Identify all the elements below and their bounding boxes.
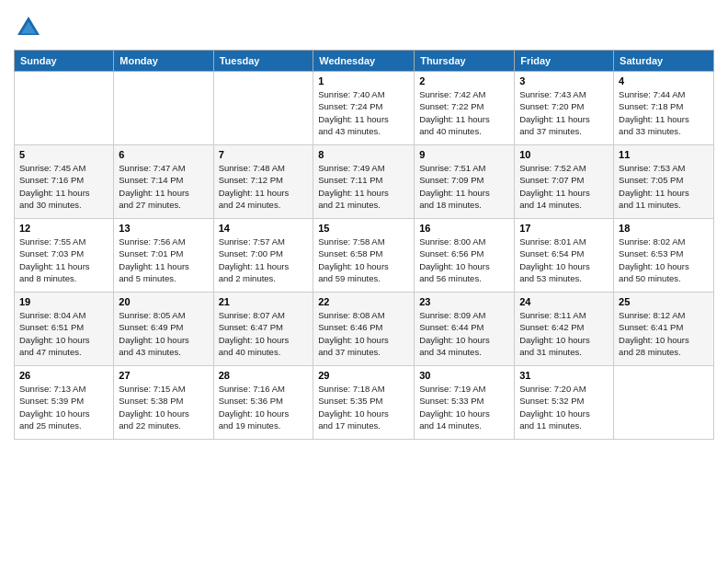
day-cell: 20Sunrise: 8:05 AM Sunset: 6:49 PM Dayli… <box>114 293 213 366</box>
day-number: 1 <box>318 75 409 86</box>
day-cell: 4Sunrise: 7:44 AM Sunset: 7:18 PM Daylig… <box>614 72 714 145</box>
weekday-header-friday: Friday <box>515 51 614 72</box>
weekday-header-wednesday: Wednesday <box>313 51 415 72</box>
day-info: Sunrise: 8:05 AM Sunset: 6:49 PM Dayligh… <box>119 309 208 358</box>
day-info: Sunrise: 8:01 AM Sunset: 6:54 PM Dayligh… <box>519 236 609 284</box>
day-number: 12 <box>19 223 108 234</box>
day-number: 5 <box>19 149 108 160</box>
day-cell: 27Sunrise: 7:15 AM Sunset: 5:38 PM Dayli… <box>114 366 213 440</box>
day-info: Sunrise: 7:58 AM Sunset: 6:58 PM Dayligh… <box>318 236 409 284</box>
week-row-3: 12Sunrise: 7:55 AM Sunset: 7:03 PM Dayli… <box>15 219 714 293</box>
day-number: 22 <box>318 296 409 307</box>
day-number: 18 <box>619 223 709 234</box>
day-cell: 31Sunrise: 7:20 AM Sunset: 5:32 PM Dayli… <box>515 366 614 440</box>
weekday-header-tuesday: Tuesday <box>213 51 313 72</box>
day-info: Sunrise: 7:43 AM Sunset: 7:20 PM Dayligh… <box>519 88 609 137</box>
day-number: 15 <box>318 223 409 234</box>
logo-icon <box>14 13 43 42</box>
day-number: 21 <box>219 296 309 307</box>
day-cell: 1Sunrise: 7:40 AM Sunset: 7:24 PM Daylig… <box>313 72 415 145</box>
day-cell: 6Sunrise: 7:47 AM Sunset: 7:14 PM Daylig… <box>114 145 213 219</box>
day-cell <box>213 72 313 145</box>
day-info: Sunrise: 8:11 AM Sunset: 6:42 PM Dayligh… <box>519 309 609 358</box>
day-cell: 5Sunrise: 7:45 AM Sunset: 7:16 PM Daylig… <box>15 145 114 219</box>
day-number: 31 <box>519 370 609 381</box>
day-info: Sunrise: 7:47 AM Sunset: 7:14 PM Dayligh… <box>119 162 208 211</box>
day-cell: 25Sunrise: 8:12 AM Sunset: 6:41 PM Dayli… <box>614 293 714 366</box>
weekday-header-thursday: Thursday <box>415 51 515 72</box>
day-info: Sunrise: 7:52 AM Sunset: 7:07 PM Dayligh… <box>519 162 609 211</box>
day-info: Sunrise: 7:53 AM Sunset: 7:05 PM Dayligh… <box>619 162 709 211</box>
day-info: Sunrise: 8:12 AM Sunset: 6:41 PM Dayligh… <box>619 309 709 358</box>
day-cell: 19Sunrise: 8:04 AM Sunset: 6:51 PM Dayli… <box>15 293 114 366</box>
day-cell <box>614 366 714 440</box>
day-cell: 23Sunrise: 8:09 AM Sunset: 6:44 PM Dayli… <box>415 293 515 366</box>
day-number: 30 <box>419 370 509 381</box>
logo <box>14 13 47 42</box>
day-number: 29 <box>318 370 409 381</box>
day-number: 8 <box>318 149 409 160</box>
day-cell: 14Sunrise: 7:57 AM Sunset: 7:00 PM Dayli… <box>213 219 313 293</box>
day-number: 20 <box>119 296 208 307</box>
day-info: Sunrise: 7:16 AM Sunset: 5:36 PM Dayligh… <box>219 383 309 431</box>
day-number: 28 <box>219 370 309 381</box>
calendar-table: SundayMondayTuesdayWednesdayThursdayFrid… <box>14 50 714 440</box>
day-cell: 24Sunrise: 8:11 AM Sunset: 6:42 PM Dayli… <box>515 293 614 366</box>
day-info: Sunrise: 7:15 AM Sunset: 5:38 PM Dayligh… <box>119 383 208 431</box>
weekday-header-monday: Monday <box>114 51 213 72</box>
day-cell: 22Sunrise: 8:08 AM Sunset: 6:46 PM Dayli… <box>313 293 415 366</box>
day-cell: 11Sunrise: 7:53 AM Sunset: 7:05 PM Dayli… <box>614 145 714 219</box>
day-number: 19 <box>19 296 108 307</box>
day-cell: 7Sunrise: 7:48 AM Sunset: 7:12 PM Daylig… <box>213 145 313 219</box>
day-info: Sunrise: 7:42 AM Sunset: 7:22 PM Dayligh… <box>419 88 509 137</box>
day-number: 16 <box>419 223 509 234</box>
day-info: Sunrise: 8:07 AM Sunset: 6:47 PM Dayligh… <box>219 309 309 358</box>
day-number: 9 <box>419 149 509 160</box>
day-cell: 10Sunrise: 7:52 AM Sunset: 7:07 PM Dayli… <box>515 145 614 219</box>
day-number: 6 <box>119 149 208 160</box>
day-info: Sunrise: 8:09 AM Sunset: 6:44 PM Dayligh… <box>419 309 509 358</box>
day-info: Sunrise: 7:19 AM Sunset: 5:33 PM Dayligh… <box>419 383 509 431</box>
day-cell: 2Sunrise: 7:42 AM Sunset: 7:22 PM Daylig… <box>415 72 515 145</box>
day-cell: 16Sunrise: 8:00 AM Sunset: 6:56 PM Dayli… <box>415 219 515 293</box>
day-cell: 3Sunrise: 7:43 AM Sunset: 7:20 PM Daylig… <box>515 72 614 145</box>
day-info: Sunrise: 7:55 AM Sunset: 7:03 PM Dayligh… <box>19 236 108 284</box>
day-cell <box>15 72 114 145</box>
weekday-header-row: SundayMondayTuesdayWednesdayThursdayFrid… <box>15 51 714 72</box>
week-row-5: 26Sunrise: 7:13 AM Sunset: 5:39 PM Dayli… <box>15 366 714 440</box>
day-info: Sunrise: 7:56 AM Sunset: 7:01 PM Dayligh… <box>119 236 208 284</box>
day-number: 10 <box>519 149 609 160</box>
day-cell: 15Sunrise: 7:58 AM Sunset: 6:58 PM Dayli… <box>313 219 415 293</box>
page-container: SundayMondayTuesdayWednesdayThursdayFrid… <box>0 0 728 449</box>
day-info: Sunrise: 7:51 AM Sunset: 7:09 PM Dayligh… <box>419 162 509 211</box>
day-cell <box>114 72 213 145</box>
day-info: Sunrise: 8:04 AM Sunset: 6:51 PM Dayligh… <box>19 309 108 358</box>
day-number: 3 <box>519 75 609 86</box>
week-row-1: 1Sunrise: 7:40 AM Sunset: 7:24 PM Daylig… <box>15 72 714 145</box>
weekday-header-saturday: Saturday <box>614 51 714 72</box>
day-info: Sunrise: 8:02 AM Sunset: 6:53 PM Dayligh… <box>619 236 709 284</box>
day-cell: 13Sunrise: 7:56 AM Sunset: 7:01 PM Dayli… <box>114 219 213 293</box>
day-number: 14 <box>219 223 309 234</box>
day-info: Sunrise: 7:13 AM Sunset: 5:39 PM Dayligh… <box>19 383 108 431</box>
day-cell: 30Sunrise: 7:19 AM Sunset: 5:33 PM Dayli… <box>415 366 515 440</box>
day-number: 26 <box>19 370 108 381</box>
day-cell: 12Sunrise: 7:55 AM Sunset: 7:03 PM Dayli… <box>15 219 114 293</box>
day-info: Sunrise: 7:44 AM Sunset: 7:18 PM Dayligh… <box>619 88 709 137</box>
day-cell: 26Sunrise: 7:13 AM Sunset: 5:39 PM Dayli… <box>15 366 114 440</box>
week-row-2: 5Sunrise: 7:45 AM Sunset: 7:16 PM Daylig… <box>15 145 714 219</box>
day-number: 23 <box>419 296 509 307</box>
page-header <box>14 9 714 42</box>
day-cell: 21Sunrise: 8:07 AM Sunset: 6:47 PM Dayli… <box>213 293 313 366</box>
day-cell: 29Sunrise: 7:18 AM Sunset: 5:35 PM Dayli… <box>313 366 415 440</box>
day-number: 27 <box>119 370 208 381</box>
day-number: 4 <box>619 75 709 86</box>
day-cell: 9Sunrise: 7:51 AM Sunset: 7:09 PM Daylig… <box>415 145 515 219</box>
day-number: 17 <box>519 223 609 234</box>
day-info: Sunrise: 7:45 AM Sunset: 7:16 PM Dayligh… <box>19 162 108 211</box>
day-info: Sunrise: 7:18 AM Sunset: 5:35 PM Dayligh… <box>318 383 409 431</box>
week-row-4: 19Sunrise: 8:04 AM Sunset: 6:51 PM Dayli… <box>15 293 714 366</box>
weekday-header-sunday: Sunday <box>15 51 114 72</box>
day-cell: 17Sunrise: 8:01 AM Sunset: 6:54 PM Dayli… <box>515 219 614 293</box>
day-cell: 18Sunrise: 8:02 AM Sunset: 6:53 PM Dayli… <box>614 219 714 293</box>
